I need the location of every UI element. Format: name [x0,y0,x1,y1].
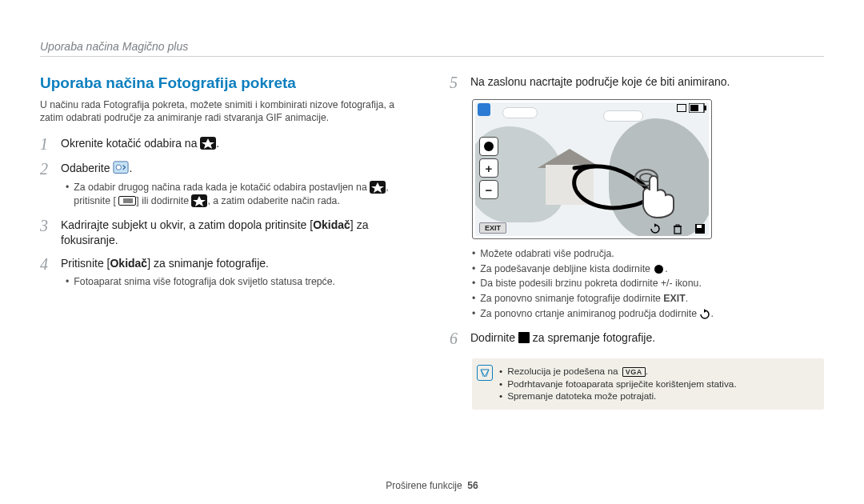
bullet-3: Za ponovno snimanje fotografije dodirnit… [480,293,663,304]
redraw-icon[interactable] [649,222,662,235]
bullet-0: Možete odabrati više područja. [480,247,614,261]
step-1-text: Okrenite kotačić odabira na [61,137,200,150]
bullet-2: Da biste podesili brzinu pokreta dodirni… [480,277,702,290]
shutter-word: Okidač [110,257,147,270]
step-4-text-b: ] za snimanje fotografije. [147,257,269,270]
brush-size-icon [654,265,663,274]
step-number: 6 [450,330,464,347]
svg-marker-7 [193,196,206,206]
vga-badge: VGA [622,367,646,377]
menu-key-icon [118,196,136,206]
brush-control-panel: + − [479,137,500,202]
svg-rect-14 [674,226,681,234]
motion-photo-mode-icon [113,161,129,175]
step-5-bullets: Možete odabrati više područja. Za podeša… [472,247,824,321]
save-icon[interactable] [694,222,706,235]
right-step-list: 5 Na zaslonu nacrtajte područje koje će … [450,74,824,91]
step-2-note-list: Za odabir drugog načina rada kada je kot… [66,181,414,208]
step-6-b: za spremanje fotografije. [530,331,655,344]
note-2: Spremanje datoteka može potrajati. [507,390,656,402]
step-5-text: Na zaslonu nacrtajte područje koje će bi… [470,75,730,88]
step-4-text-a: Pritisnite [ [61,257,110,270]
step-number: 1 [40,136,54,153]
step-2-note-d: , a zatim odaberite način rada. [207,195,339,206]
note-list: Rezolucija je podešena na VGA. Podrhtava… [499,365,737,403]
shutter-word: Okidač [313,218,350,231]
mode-dial-magic-icon [370,181,386,194]
page-number: 56 [467,480,478,491]
step-6: 6 Dodirnite za spremanje fotografije. [450,330,824,347]
note-0: Rezolucija je podešena na [507,366,621,377]
svg-rect-12 [690,105,698,111]
footer-label: Proširene funkcije [386,480,462,491]
step-4: 4 Pritisnite [Okidač] za snimanje fotogr… [40,256,414,290]
brush-size-button[interactable] [479,137,498,156]
intro-paragraph: U načinu rada Fotografija pokreta, možet… [40,98,414,125]
battery-icon [677,103,706,113]
step-5: 5 Na zaslonu nacrtajte područje koje će … [450,74,824,91]
note-1: Podrhtavanje fotoaparata spriječite kori… [507,378,737,390]
touch-hand-icon [634,166,682,219]
svg-rect-11 [704,106,706,110]
bullet-1: Za podešavanje debljine kista dodirnite [480,263,653,274]
step-4-note: Fotoaparat snima više fotografija dok sv… [74,275,335,289]
section-heading: Uporaba načina Fotografija pokreta [40,74,414,92]
left-step-list: 1 Okrenite kotačić odabira na . 2 Odaber… [40,136,414,290]
bullet-4: Za ponovno crtanje animiranog područja d… [480,308,699,319]
svg-point-2 [116,165,121,170]
note-callout: Rezolucija je podešena na VGA. Podrhtava… [472,358,824,410]
info-icon [477,365,493,381]
save-icon [518,332,530,343]
left-column: Uporaba načina Fotografija pokreta U nač… [40,74,414,410]
mode-dial-magic-icon [191,194,207,207]
step-number: 3 [40,218,54,234]
step-2-note-c: ] ili dodirnite [136,195,191,206]
speed-plus-button[interactable]: + [479,158,498,178]
step-2: 2 Odaberite . Za odabir drugog načina ra… [40,161,414,210]
right-column: 5 Na zaslonu nacrtajte područje koje će … [450,74,824,410]
step-3-text-a: Kadrirajte subjekt u okvir, a zatim dopo… [61,218,313,231]
svg-rect-16 [676,225,679,226]
svg-marker-3 [371,182,384,193]
page-footer: Proširene funkcije 56 [0,480,864,491]
step-6-a: Dodirnite [470,331,518,344]
rule [40,56,824,57]
camera-screen-illustration: + − EXIT [472,99,712,239]
step-2-note-a: Za odabir drugog načina rada kada je kot… [74,182,370,193]
speed-minus-button[interactable]: − [479,180,498,199]
mode-dial-magic-icon [200,137,216,150]
trash-icon[interactable] [671,222,684,235]
exit-word: EXIT [663,292,685,306]
step-3: 3 Kadrirajte subjekt u okvir, a zatim do… [40,218,414,248]
step-number: 5 [450,74,464,91]
running-title: Uporaba načina Magično plus [40,40,824,53]
exit-button[interactable]: EXIT [479,222,506,234]
photo-mode-icon [478,103,490,116]
step-4-note-list: Fotoaparat snima više fotografija dok sv… [66,275,414,289]
step-1: 1 Okrenite kotačić odabira na . [40,136,414,153]
step-number: 4 [40,256,54,273]
step-2-text: Odaberite [61,162,113,174]
redraw-icon [699,307,710,321]
step-number: 2 [40,161,54,178]
svg-rect-18 [697,225,702,228]
svg-marker-0 [202,138,214,149]
